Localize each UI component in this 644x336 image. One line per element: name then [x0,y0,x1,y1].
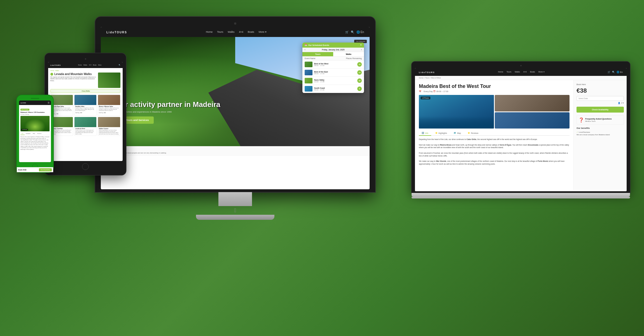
phone-content: Most Popular Rabacal / Risco / 25 Founta… [19,105,51,151]
event-row-1: Best of the East 08:00 – 17:00 14 [302,69,364,77]
phone-tabs: Info Highlights Map Reviews [20,132,50,135]
event-row-3: South Coast 09:00 – 17:00 8 [302,85,364,93]
laptop-language-icon[interactable]: 🌐 En [617,71,623,73]
tab-reviews[interactable]: ⭐ Reviews [465,131,481,135]
ipad-card-img-1 [74,95,97,105]
ipad-card-img-4 [74,117,97,127]
ipad-card-body-4: Levada do Norte Levada do Norte is one o… [74,127,97,136]
ipad-card-body-0: Serra de Água Valley From a levada with … [51,105,73,115]
tab-info[interactable]: ℹ️ Info [419,131,431,136]
ipad-card-4[interactable]: Levada do Norte Levada do Norte is one o… [74,117,97,136]
laptop-nav-walks[interactable]: Walks [515,71,520,73]
laptop-logo-text: Lido [419,71,425,73]
laptop-nav-boats[interactable]: Boats [530,71,535,73]
ipad-card-0[interactable]: Serra de Água Valley From a levada with … [50,95,73,116]
ipad-card-title-3: Rabaça / Cantelejo [52,128,72,129]
imac-screen-outer: LidoTOURS Home Tours Walks 4×4 Boats Mor… [95,17,375,192]
events-col-headers: Event Name Places Remaining [302,57,364,60]
laptop-nav-home[interactable]: Home [498,71,503,73]
imac-bottom-section: Easy Walks These walks are suitable for … [101,146,370,156]
prev-date-icon[interactable]: ‹ [305,49,305,51]
close-icon[interactable]: ✕ [360,44,362,46]
phone-tour-title: Rabacal / Risco / 25 Fountains [20,111,50,113]
event-name-3: South Coast [314,87,356,89]
event-time-2: 10:00 – 17:00 [314,81,356,83]
ipad-card-title-0: Serra de Água Valley [52,106,72,107]
phone-tab-reviews[interactable]: Reviews [36,132,43,135]
search-icon[interactable]: 🔍 [351,31,354,34]
imac-device: LidoTOURS Home Tours Walks 4×4 Boats Mor… [95,17,375,220]
tab-map[interactable]: 🗺️ Map [451,131,464,135]
laptop-cart-icon[interactable]: 🛒 [608,71,610,73]
ipad-search-icon[interactable]: 🔍 [119,64,120,66]
laptop-nav-links: Home Tours Walks 4×4 Boats More ▾ [498,71,544,73]
language-icon[interactable]: 🌐 En [356,31,364,34]
nav-home[interactable]: Home [206,31,213,33]
ipad-nav-walks[interactable]: Walks [83,64,87,66]
phone-tab-highlights[interactable]: Highlights [25,132,32,135]
ipad-nav-4x4[interactable]: 4×4 [89,64,91,66]
events-tab-walks[interactable]: Walks [333,52,364,56]
imac-stand-neck [218,192,252,206]
tab-highlights[interactable]: ⭐ Highlights [432,131,450,135]
event-time-3: 09:00 – 17:00 [314,89,356,91]
faq-subtitle: Minibus Tours [585,120,612,122]
ipad-card-3[interactable]: Rabaça / Cantelejo Rabaça / Cantelejo is… [50,117,73,136]
book-here-label: Book Here [577,83,624,85]
ipad-logo-text: Lido [50,64,55,66]
events-tabs: Tours Walks [302,52,364,57]
guests-count[interactable]: 2 ▾ [621,102,624,104]
macbook-screen: LidoTOURS Home Tours Walks 4×4 Boats Mor… [415,68,627,191]
nav-tours[interactable]: Tours [217,31,223,33]
event-spots-1: 14 [357,70,362,75]
event-spots-0: 18 [357,62,362,67]
imac-nav-links: Home Tours Walks 4×4 Boats More ▾ [206,31,267,33]
ipad-card-desc-0: From a levada with 92 km, we have chosen… [52,108,72,113]
ipad-home-button[interactable] [82,163,89,170]
hero-text-block: Lido Tours Your activity partner in Made… [112,96,220,124]
ipad-nav-more[interactable]: More [98,64,101,66]
laptop-breadcrumb: Home > Tours > Best of West [415,76,627,80]
date-selector[interactable]: Select Date [577,96,624,101]
ipad-card-desc-2: Deep down in Madeira's Valley, and known… [99,108,119,111]
benefits-title: Our benefits [577,127,624,129]
laptop-nav-more[interactable]: More ▾ [538,71,545,73]
ipad-nav-boats[interactable]: Boats [93,64,97,66]
ipad-card-5[interactable]: Hidden Corners Walk through Madeira can … [98,117,120,136]
events-popup-header: 📅 Our Scheduled Events ✕ [302,43,364,48]
nav-boats[interactable]: Boats [248,31,254,33]
event-row-2: Nuns Valley 10:00 – 17:00 16 [302,77,364,85]
phone-tab-map[interactable]: Map [32,132,36,135]
next-date-icon[interactable]: › [361,49,362,51]
ipad-nav-icons: 🔍 [119,64,120,66]
hero-subtitle: Lido Tours [112,96,220,99]
tour-image-town [495,112,570,129]
nav-4x4[interactable]: 4×4 [239,31,243,33]
easy-walks-bar: ✓ Easy Walks [50,89,120,93]
calendar-icon: 📅 [305,44,307,46]
cart-icon[interactable]: 🛒 [345,31,349,34]
phone-photos-label: 116 Photos [22,129,27,130]
ipad-card-2[interactable]: Moreco / Mimose Valley Deep down in Made… [98,95,120,116]
laptop-nav-4x4[interactable]: 4×4 [523,71,527,73]
laptop-search-icon[interactable]: 🔍 [612,71,615,73]
ipad-nav-home[interactable]: Home [78,64,82,66]
laptop-nav-tours[interactable]: Tours [507,71,511,73]
phone-tab-info[interactable]: Info [20,132,25,135]
col-places: Places Remaining [346,57,362,59]
nav-walks[interactable]: Walks [228,31,234,33]
ipad-card-title-4: Levada do Norte [75,128,96,129]
iphone-device: LidoTOURS ☰ Most Popular Rabacal / Risco… [17,95,53,172]
check-availability-button[interactable]: Check Availability [577,107,624,113]
ipad-card-title-2: Moreco / Mimose Valley [99,106,119,107]
events-tab-tours[interactable]: Tours [302,52,333,56]
ipad-card-1[interactable]: Paradise Valley Paradise Valley is a mag… [74,95,97,116]
phone-tour-info: 2.5 Tour, Full Day [20,114,50,115]
imac-logo-suffix: TOURS [115,31,127,34]
hero-description: Organising activities and experiences in… [112,111,220,113]
phone-menu-icon[interactable]: ☰ [48,102,50,104]
guests-row: 👤 2 ▾ [577,102,624,104]
photos-button[interactable]: +9 Photos [421,97,430,99]
event-info-0: Best of the West 08:00 – 17:00 [314,63,356,66]
nav-more[interactable]: More ▾ [259,31,267,33]
